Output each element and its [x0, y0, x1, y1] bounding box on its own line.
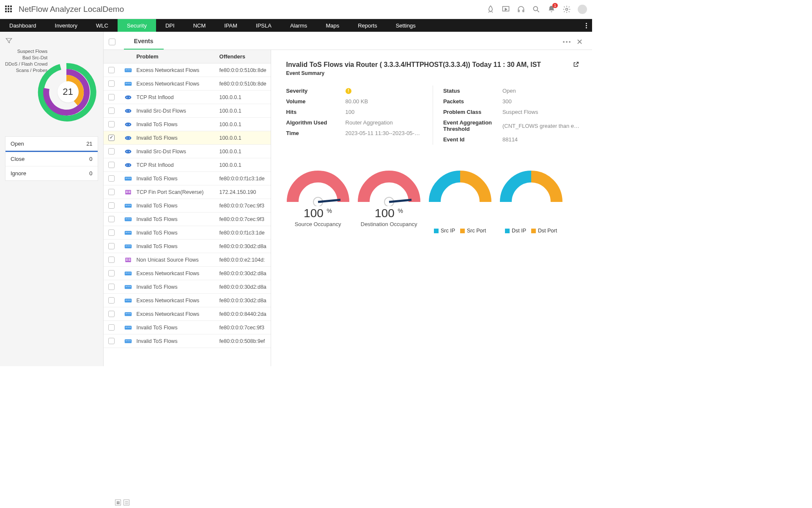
- nav-ncm[interactable]: NCM: [184, 19, 215, 32]
- event-row[interactable]: Excess Networkcast Flowsfe80:0:0:0:30d2:…: [104, 294, 271, 307]
- event-row[interactable]: Excess Networkcast Flowsfe80:0:0:0:510b:…: [104, 64, 271, 77]
- event-row[interactable]: Invalid ToS Flowsfe80:0:0:0:7cec:9f3: [104, 199, 271, 213]
- svg-rect-24: [126, 192, 128, 193]
- avatar[interactable]: [578, 5, 587, 14]
- bell-icon[interactable]: 1: [547, 5, 556, 14]
- row-checkbox[interactable]: [108, 297, 115, 304]
- row-checkbox[interactable]: [108, 135, 115, 141]
- event-row[interactable]: Invalid ToS Flows100.0.0.1: [104, 118, 271, 131]
- row-checkbox[interactable]: [108, 121, 115, 127]
- row-checkbox[interactable]: [108, 189, 115, 195]
- nav-ipsla[interactable]: IPSLA: [247, 19, 281, 32]
- more-actions-icon[interactable]: [563, 41, 571, 43]
- select-all-checkbox[interactable]: [109, 39, 115, 45]
- nav-alarms[interactable]: Alarms: [281, 19, 316, 32]
- row-checkbox[interactable]: [108, 162, 115, 168]
- event-row[interactable]: Invalid ToS Flowsfe80:0:0:0:7cec:9f3: [104, 213, 271, 226]
- svg-rect-28: [127, 205, 129, 205]
- event-row[interactable]: Excess Networkcast Flowsfe80:0:0:0:510b:…: [104, 77, 271, 91]
- nav-settings[interactable]: Settings: [387, 19, 425, 32]
- source-occupancy-gauge: 100 % Source Occupancy: [286, 166, 350, 227]
- event-row[interactable]: Invalid ToS Flowsfe80:0:0:0:7cec:9f3: [104, 321, 271, 334]
- close-icon[interactable]: ✕: [575, 37, 584, 47]
- svg-rect-25: [128, 192, 130, 193]
- gear-icon[interactable]: [562, 5, 571, 14]
- svg-rect-38: [124, 244, 132, 248]
- row-checkbox[interactable]: [108, 257, 115, 263]
- row-checkbox[interactable]: [108, 229, 115, 236]
- filter-icon[interactable]: [5, 37, 13, 44]
- event-offender: fe80:0:0:0:8440:2da: [219, 311, 271, 317]
- event-row[interactable]: Invalid ToS Flowsfe80:0:0:0:30d2:d8a: [104, 240, 271, 253]
- row-checkbox[interactable]: [108, 243, 115, 249]
- nav-maps[interactable]: Maps: [316, 19, 348, 32]
- row-checkbox[interactable]: [108, 94, 115, 100]
- info-label: Packets: [443, 98, 502, 105]
- event-row[interactable]: Invalid Src-Dst Flows100.0.0.1: [104, 104, 271, 118]
- event-row[interactable]: Invalid ToS Flowsfe80:0:0:0:f1c3:1de: [104, 226, 271, 240]
- headset-icon[interactable]: [517, 5, 525, 14]
- app-launcher-icon[interactable]: [5, 6, 13, 13]
- svg-rect-46: [128, 260, 130, 261]
- row-checkbox[interactable]: [108, 80, 115, 87]
- row-checkbox[interactable]: [108, 338, 115, 344]
- event-row[interactable]: TCP Fin Port Scan(Reverse)172.24.150.190: [104, 185, 271, 199]
- event-offender: 100.0.0.1: [219, 108, 271, 114]
- event-row[interactable]: Invalid ToS Flowsfe80:0:0:0:30d2:d8a: [104, 280, 271, 294]
- event-row[interactable]: Invalid Src-Dst Flows100.0.0.1: [104, 145, 271, 158]
- tab-events[interactable]: Events: [124, 34, 164, 50]
- event-row[interactable]: Excess Networkcast Flowsfe80:0:0:0:30d2:…: [104, 267, 271, 280]
- nav-overflow-icon[interactable]: [586, 19, 592, 32]
- svg-rect-44: [128, 259, 130, 260]
- event-detail-panel: Invalid ToS Flows via Router ( 3.3.3.4/H…: [271, 50, 592, 366]
- nav-dashboard[interactable]: Dashboard: [0, 19, 46, 32]
- legend-swatch: [460, 229, 465, 233]
- nav-ipam[interactable]: IPAM: [215, 19, 247, 32]
- info-row: Problem ClassSuspect Flows: [443, 107, 579, 117]
- row-checkbox[interactable]: [108, 175, 115, 182]
- svg-rect-59: [124, 312, 132, 316]
- device-icon: [120, 203, 137, 209]
- svg-point-11: [125, 95, 131, 99]
- row-checkbox[interactable]: [108, 202, 115, 209]
- info-value: 100: [346, 109, 355, 115]
- event-offender: fe80:0:0:0:7cec:9f3: [219, 203, 271, 209]
- event-row[interactable]: TCP Rst Inflood100.0.0.1: [104, 91, 271, 104]
- row-checkbox[interactable]: [108, 67, 115, 73]
- event-problem: TCP Rst Inflood: [137, 162, 219, 168]
- event-row[interactable]: Invalid ToS Flowsfe80:0:0:0:508b:9ef: [104, 334, 271, 348]
- row-checkbox[interactable]: [108, 148, 115, 155]
- svg-rect-5: [127, 69, 129, 70]
- svg-rect-53: [127, 286, 129, 287]
- event-row[interactable]: Non Unicast Source Flowsfe80:0:0:0:e2:10…: [104, 253, 271, 267]
- event-row[interactable]: Excess Networkcast Flowsfe80:0:0:0:8440:…: [104, 307, 271, 321]
- sidebar: Suspect Flows Bad Src-Dst DDoS / Flash C…: [0, 32, 103, 366]
- present-icon[interactable]: [502, 5, 510, 14]
- event-row[interactable]: Invalid ToS Flows100.0.0.1: [104, 131, 271, 145]
- search-icon[interactable]: [532, 5, 540, 14]
- status-open[interactable]: Open21: [5, 137, 98, 152]
- event-problem: Invalid ToS Flows: [137, 121, 219, 127]
- nav-security[interactable]: Security: [118, 19, 156, 32]
- row-checkbox[interactable]: [108, 284, 115, 290]
- row-checkbox[interactable]: [108, 324, 115, 331]
- event-problem: Invalid ToS Flows: [137, 338, 219, 344]
- event-row[interactable]: TCP Rst Inflood100.0.0.1: [104, 158, 271, 172]
- row-checkbox[interactable]: [108, 270, 115, 276]
- row-checkbox[interactable]: [108, 216, 115, 222]
- nav-dpi[interactable]: DPI: [156, 19, 184, 32]
- device-icon: [120, 108, 137, 114]
- nav-inventory[interactable]: Inventory: [46, 19, 87, 32]
- popout-icon[interactable]: [573, 61, 579, 68]
- event-row[interactable]: Invalid ToS Flowsfe80:0:0:0:f1c3:1de: [104, 172, 271, 185]
- row-checkbox[interactable]: [108, 108, 115, 114]
- svg-rect-55: [124, 298, 132, 302]
- event-problem: Invalid ToS Flows: [137, 176, 219, 182]
- row-checkbox[interactable]: [108, 311, 115, 317]
- rocket-icon[interactable]: [486, 5, 495, 14]
- device-icon: [120, 298, 137, 304]
- status-close[interactable]: Close0: [5, 152, 98, 166]
- nav-wlc[interactable]: WLC: [87, 19, 118, 32]
- status-ignore[interactable]: Ignore0: [5, 166, 98, 180]
- nav-reports[interactable]: Reports: [348, 19, 387, 32]
